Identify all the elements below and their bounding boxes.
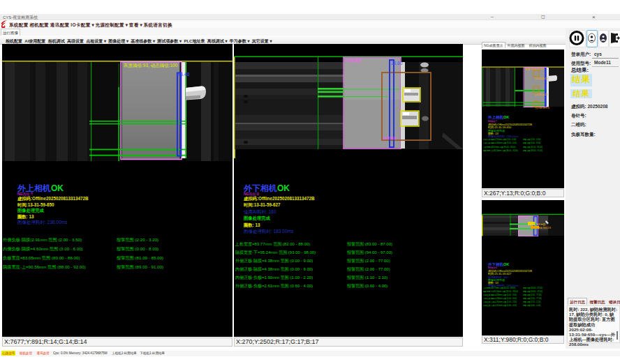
svg-text:宽2:44.0x:2.8: 宽2:44.0x:2.8 (535, 93, 548, 96)
svg-text:灰度阈值:93, 动态阈值:100: 灰度阈值:93, 动态阈值:100 (124, 63, 178, 68)
svg-text:NG:间距: NG:间距 (536, 223, 546, 226)
svg-text:23.80: 23.80 (391, 61, 403, 66)
svg-text:极耳NG区: 极耳NG区 (383, 136, 397, 140)
svg-text:AI检测框: AI检测框 (345, 58, 362, 63)
svg-text:阈值:93,动态:100: 阈值:93,动态:100 (525, 68, 544, 70)
svg-text:85.48: 85.48 (177, 72, 190, 77)
svg-text:宽度 NG:2.8: 宽度 NG:2.8 (538, 227, 551, 229)
svg-text:宽2:44.0x:2.8: 宽2:44.0x:2.8 (535, 77, 548, 80)
svg-text:AI检测框: AI检测框 (519, 216, 529, 219)
